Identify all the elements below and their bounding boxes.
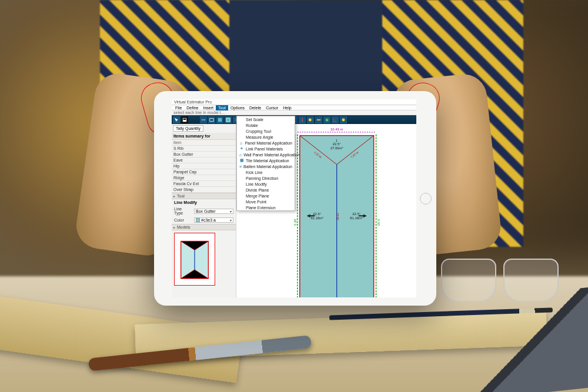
menu-tool[interactable]: Tool — [216, 105, 228, 110]
svg-rect-5 — [226, 118, 230, 121]
window-title: Virtual Estimator Pro — [172, 99, 416, 105]
menu-item[interactable]: Rotate — [237, 122, 295, 128]
color-select[interactable]: #c3e3 a — [194, 217, 233, 223]
tool-hammer2-icon[interactable] — [299, 116, 306, 123]
dim-top-width: 10.43 m — [330, 128, 343, 131]
linetype-select[interactable]: Box Gutter — [194, 209, 233, 214]
menu-cursor[interactable]: Cursor — [263, 105, 280, 110]
menu-item[interactable]: Set Scale — [237, 116, 295, 122]
svg-rect-16 — [302, 118, 303, 120]
tool-circle5-icon[interactable]: 5 — [323, 116, 330, 123]
line-modify-title: Line Modify — [174, 200, 233, 205]
tool-rect-icon[interactable] — [208, 116, 215, 123]
menu-item[interactable]: Move Point — [237, 199, 295, 205]
menu-item[interactable]: Merge Plane — [237, 193, 295, 199]
menu-bar: File Define Insert Tool Options Delete C… — [172, 105, 416, 110]
tablet-screen: Virtual Estimator Pro File Define Insert… — [172, 99, 416, 297]
menu-item[interactable]: ⌂Wall Panel Material Application — [237, 152, 295, 158]
svg-point-23 — [342, 118, 345, 121]
menu-item[interactable]: Measure Angle — [237, 134, 295, 140]
estimator-app: Virtual Estimator Pro File Define Insert… — [172, 99, 416, 297]
menu-item[interactable]: ⌂Panel Material Application — [237, 140, 295, 146]
menu-item[interactable]: Kick Line — [237, 169, 295, 175]
svg-rect-20 — [317, 119, 320, 120]
tool-menu-dropdown: Set Scale Rotate Cropping Tool Measure A… — [236, 116, 295, 211]
tool-tape-icon[interactable] — [307, 116, 314, 123]
svg-text:16.12: 16.12 — [336, 213, 339, 220]
svg-text:81.18m²: 81.18m² — [350, 216, 363, 220]
table-row[interactable]: Hip — [172, 163, 236, 169]
tool-ruler-icon[interactable] — [315, 116, 322, 123]
menu-item[interactable]: Divide Plane — [237, 187, 295, 193]
tablet-device: Virtual Estimator Pro File Define Insert… — [154, 91, 436, 306]
items-summary-header: Items summary for — [172, 133, 236, 140]
svg-rect-4 — [218, 118, 222, 121]
home-icon: ⌂ — [239, 140, 243, 145]
tool-line-icon[interactable] — [200, 116, 207, 123]
menu-file[interactable]: File — [173, 105, 184, 110]
linetype-label: Line Type — [174, 207, 192, 215]
tab-tally-quantity[interactable]: Tally Quantity — [173, 125, 203, 132]
menu-item[interactable]: Cropping Tool — [237, 128, 295, 134]
svg-point-18 — [309, 118, 312, 121]
model-thumbnail[interactable] — [174, 233, 215, 286]
menu-options[interactable]: Options — [228, 105, 247, 110]
svg-rect-3 — [210, 118, 213, 121]
menu-delete[interactable]: Delete — [247, 105, 263, 110]
tool-angle-icon[interactable] — [332, 116, 339, 123]
menu-item[interactable]: ≡Batten Material Application — [237, 163, 295, 169]
link-icon: ⚭ — [239, 146, 244, 151]
color-swatch-icon — [196, 218, 200, 222]
tool-panel-icon[interactable] — [216, 116, 223, 123]
tile-icon: ▦ — [239, 158, 244, 163]
menu-help[interactable]: Help — [280, 105, 293, 110]
tool-tape2-icon[interactable] — [340, 116, 347, 123]
items-table: Item S Rib Box Gutter Eave Hip Parapet C… — [172, 140, 236, 193]
left-panel: Tally Quantity Items summary for Item S … — [172, 124, 236, 297]
tool-save-icon[interactable] — [181, 116, 188, 123]
home-icon: ⌂ — [239, 152, 242, 157]
menu-item[interactable]: Plane Extension — [237, 205, 295, 210]
color-label: Color — [174, 218, 192, 222]
helper-bar: select each line in model t… — [172, 110, 416, 115]
table-row[interactable]: Fascia Cv Ext — [172, 181, 236, 187]
table-row[interactable]: S Rib — [172, 146, 236, 152]
table-row[interactable]: Ridge — [172, 175, 236, 181]
tool-section[interactable]: Tool — [172, 193, 236, 199]
menu-define[interactable]: Define — [184, 105, 201, 110]
items-col-header: Item — [172, 140, 236, 146]
svg-text:0.30: 0.30 — [293, 219, 297, 226]
batten-icon: ≡ — [239, 164, 242, 169]
svg-text:22.5°: 22.5° — [333, 142, 341, 146]
svg-text:0.30: 0.30 — [377, 219, 380, 226]
menu-item[interactable]: ▦Tile Material Application — [237, 158, 295, 163]
svg-text:27.06m²: 27.06m² — [330, 146, 343, 150]
tool-fill-icon[interactable] — [225, 116, 232, 123]
tool-select-icon[interactable] — [173, 116, 180, 123]
svg-text:81.18m²: 81.18m² — [310, 216, 323, 220]
menu-item[interactable]: ⚭Link Panel Materials — [237, 146, 295, 152]
svg-text:1: 1 — [336, 139, 338, 142]
table-row[interactable]: Parapet Cap — [172, 169, 236, 175]
table-row[interactable]: Box Gutter — [172, 152, 236, 158]
tablet-home-button[interactable] — [420, 193, 432, 205]
menu-item[interactable]: Line Modify — [237, 181, 295, 187]
table-row[interactable]: Over Strap — [172, 187, 236, 193]
table-row[interactable]: Eave — [172, 158, 236, 163]
models-section[interactable]: Models — [172, 224, 236, 230]
svg-rect-1 — [183, 118, 186, 119]
menu-item[interactable]: Panning Direction — [237, 175, 295, 181]
menu-insert[interactable]: Insert — [201, 105, 216, 110]
